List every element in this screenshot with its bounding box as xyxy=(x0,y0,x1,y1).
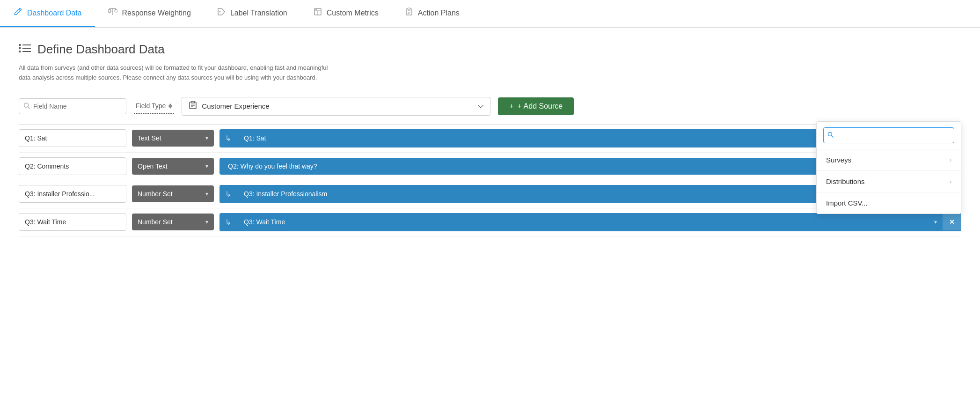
svg-point-3 xyxy=(115,9,117,12)
source-dropdown-label: Customer Experience xyxy=(202,102,473,110)
field-type-q3-installer[interactable]: Number Set ▾ xyxy=(132,185,214,202)
chevron-white-icon: ▾ xyxy=(205,135,208,141)
svg-rect-8 xyxy=(315,9,317,10)
tab-label-translation-label: Label Translation xyxy=(230,9,287,17)
svg-rect-19 xyxy=(19,51,21,52)
field-name-q2-comments: Q2: Comments xyxy=(19,157,126,175)
field-name-q3-wait-time: Q3: Wait Time xyxy=(19,213,126,231)
tab-response-weighting[interactable]: Response Weighting xyxy=(95,0,204,27)
tab-dashboard-data[interactable]: Dashboard Data xyxy=(0,0,95,27)
page-description: All data from surveys (and other data so… xyxy=(19,63,337,83)
mapping-arrow-icon: ↳ xyxy=(219,129,237,147)
field-name-input[interactable] xyxy=(19,98,126,114)
mapping-chevron-icon[interactable]: ▾ xyxy=(929,214,943,230)
chevron-down-icon xyxy=(478,103,483,110)
page-header: Define Dashboard Data xyxy=(19,42,961,57)
scale-icon xyxy=(108,7,117,19)
tab-dashboard-data-label: Dashboard Data xyxy=(27,9,82,17)
svg-point-4 xyxy=(219,11,220,13)
svg-rect-26 xyxy=(191,101,195,103)
toolbar-row: Field Type Customer Experience xyxy=(19,97,961,116)
popup-import-csv-label: Import CSV... xyxy=(826,199,868,207)
label-icon xyxy=(217,7,226,18)
field-name-q1-sat: Q1: Sat xyxy=(19,129,126,147)
popup-search-icon xyxy=(827,132,834,139)
svg-line-28 xyxy=(832,135,834,137)
mapping-arrow-icon: ↳ xyxy=(219,213,237,231)
popup-surveys-arrow: › xyxy=(950,156,951,163)
add-source-label: + Add Source xyxy=(518,102,563,111)
popup-surveys-label: Surveys xyxy=(826,156,851,164)
sort-icon xyxy=(168,103,172,109)
calculator-icon xyxy=(314,7,322,18)
add-source-button[interactable]: + + Add Source xyxy=(498,97,574,115)
field-name-search-wrap xyxy=(19,98,126,114)
svg-line-21 xyxy=(28,107,30,109)
plus-icon: + xyxy=(509,102,513,111)
edit-icon xyxy=(13,7,22,19)
main-content: Define Dashboard Data All data from surv… xyxy=(0,28,980,398)
tab-action-plans-label: Action Plans xyxy=(418,9,460,17)
popup-search-inner xyxy=(823,127,954,143)
field-type-q2-comments[interactable]: Open Text ▾ xyxy=(132,158,214,175)
list-icon xyxy=(19,43,31,56)
tab-custom-metrics[interactable]: Custom Metrics xyxy=(300,0,392,27)
tab-response-weighting-label: Response Weighting xyxy=(122,9,191,17)
chevron-white-icon: ▾ xyxy=(205,163,208,170)
popup-distributions-arrow: › xyxy=(950,178,951,185)
field-type-label: Field Type xyxy=(136,102,166,110)
popup-item-surveys[interactable]: Surveys › xyxy=(817,149,961,171)
popup-item-import-csv[interactable]: Import CSV... xyxy=(817,192,961,214)
field-name-q3-installer: Q3: Installer Professio... xyxy=(19,185,126,203)
svg-rect-17 xyxy=(19,44,21,46)
chevron-white-icon: ▾ xyxy=(205,191,208,197)
source-selector[interactable]: Customer Experience xyxy=(182,97,490,116)
popup-distributions-label: Distributions xyxy=(826,177,865,185)
tab-custom-metrics-label: Custom Metrics xyxy=(327,9,379,17)
popup-search-wrapper xyxy=(817,122,961,149)
popup-search-input[interactable] xyxy=(823,127,954,143)
field-type-q1-sat[interactable]: Text Set ▾ xyxy=(132,130,214,147)
mapping-close-button[interactable]: ✕ xyxy=(943,214,961,230)
mapping-q3-wait-time: ↳ Q3: Wait Time ▾ ✕ xyxy=(219,213,961,231)
search-icon xyxy=(23,102,30,110)
field-type-q3-wait-time[interactable]: Number Set ▾ xyxy=(132,214,214,230)
top-navigation: Dashboard Data Response Weighting Label … xyxy=(0,0,980,28)
add-source-popup: Surveys › Distributions › Import CSV... xyxy=(816,121,961,214)
popup-item-distributions[interactable]: Distributions › xyxy=(817,171,961,192)
field-type-sort-button[interactable]: Field Type xyxy=(134,98,174,114)
chevron-white-icon: ▾ xyxy=(205,219,208,225)
clipboard-icon xyxy=(405,7,413,18)
mapping-arrow-icon: ↳ xyxy=(219,185,237,203)
svg-rect-13 xyxy=(408,8,410,9)
tab-action-plans[interactable]: Action Plans xyxy=(392,0,473,27)
source-dropdown-icon xyxy=(189,101,197,111)
page-title: Define Dashboard Data xyxy=(37,42,165,57)
svg-rect-18 xyxy=(19,47,21,49)
tab-label-translation[interactable]: Label Translation xyxy=(204,0,300,27)
